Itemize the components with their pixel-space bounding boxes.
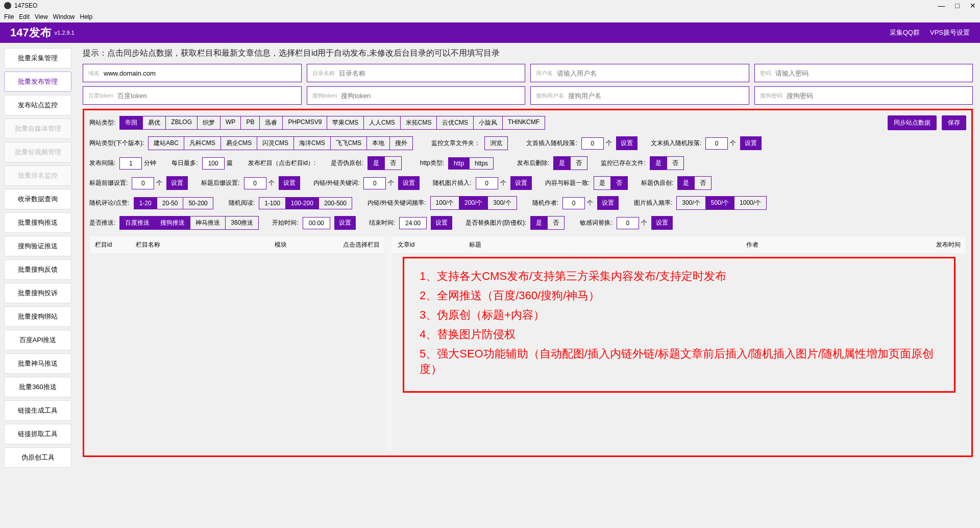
pushOpts-opt-2[interactable]: 神马推送	[190, 216, 225, 230]
title-suffix-input[interactable]	[244, 177, 266, 189]
end-time-set[interactable]: 设置	[431, 216, 452, 230]
replace-img-yes[interactable]: 是	[530, 216, 547, 230]
para-front-input[interactable]	[581, 137, 604, 150]
input-form-row-1-0[interactable]	[104, 69, 296, 77]
maximize-button[interactable]: □	[955, 2, 960, 10]
siteTypes-opt-10[interactable]: 米拓CMS	[400, 116, 437, 130]
input-form-row-1-2[interactable]	[557, 69, 744, 77]
end-time-input[interactable]	[399, 217, 427, 229]
siteTypeNext-opt-3[interactable]: 闪灵CMS	[257, 136, 293, 150]
randCommentOpts-opt-0[interactable]: 1-20	[134, 197, 157, 209]
replace-img-no[interactable]: 否	[547, 216, 565, 230]
save-button[interactable]: 保存	[942, 115, 966, 130]
del-after-no[interactable]: 否	[570, 156, 587, 170]
menu-edit[interactable]: Edit	[19, 13, 30, 20]
close-button[interactable]: ✕	[970, 2, 976, 10]
linkFreqOpts-opt-0[interactable]: 100/个	[430, 196, 459, 210]
sens-word-set[interactable]: 设置	[651, 216, 673, 230]
sidebar-item-0[interactable]: 批量采集管理	[4, 48, 71, 68]
sidebar-item-15[interactable]: 链接生成工具	[4, 400, 71, 421]
sidebar-item-6[interactable]: 收录数据查询	[4, 189, 71, 209]
title-prefix-set[interactable]: 设置	[166, 176, 188, 190]
siteTypes-opt-3[interactable]: 织梦	[197, 116, 220, 130]
siteTypes-opt-4[interactable]: WP	[220, 116, 240, 130]
th-title[interactable]: 标题	[464, 236, 741, 253]
monitor-exist-no[interactable]: 否	[667, 156, 684, 170]
del-after-yes[interactable]: 是	[553, 156, 570, 170]
siteTypes-opt-6[interactable]: 迅睿	[259, 116, 282, 130]
randReadOpts-opt-2[interactable]: 200-500	[318, 197, 352, 209]
input-form-row-1-1[interactable]	[339, 69, 520, 77]
imgFreqOpts-opt-1[interactable]: 500/个	[705, 196, 734, 210]
pushOpts-opt-1[interactable]: 搜狗推送	[155, 216, 190, 230]
header-link-qq[interactable]: 采集QQ群	[890, 28, 920, 37]
para-front-set[interactable]: 设置	[616, 136, 638, 150]
randReadOpts-opt-0[interactable]: 1-100	[259, 197, 285, 209]
menu-view[interactable]: View	[35, 13, 48, 20]
title-suffix-set[interactable]: 设置	[279, 176, 300, 190]
th-col-name[interactable]: 栏目名称	[131, 236, 228, 253]
para-end-set[interactable]: 设置	[740, 136, 762, 150]
input-form-row-2-0[interactable]	[117, 92, 296, 100]
th-module[interactable]: 模块	[228, 236, 334, 253]
pushOpts-opt-0[interactable]: 百度推送	[119, 216, 155, 230]
siteTypeNext-opt-1[interactable]: 凡科CMS	[184, 136, 220, 150]
th-article-id[interactable]: 文章id	[393, 236, 464, 253]
th-pub-time[interactable]: 发布时间	[915, 236, 966, 253]
menu-file[interactable]: File	[4, 13, 14, 20]
fake-orig-no[interactable]: 否	[384, 156, 402, 170]
rand-img-input[interactable]	[476, 177, 498, 189]
para-end-input[interactable]	[705, 137, 728, 150]
siteTypes-opt-7[interactable]: PHPCMSV9	[282, 116, 327, 130]
interval-input[interactable]	[119, 157, 142, 170]
sidebar-item-14[interactable]: 批量360推送	[4, 377, 71, 397]
menu-window[interactable]: Window	[53, 13, 75, 20]
siteTypeNext-opt-7[interactable]: 搜外	[389, 136, 413, 150]
sidebar-item-17[interactable]: 伪原创工具	[4, 447, 71, 468]
sidebar-item-16[interactable]: 链接抓取工具	[4, 424, 71, 444]
sidebar-item-13[interactable]: 批量神马推送	[4, 353, 71, 374]
siteTypes-opt-11[interactable]: 云优CMS	[436, 116, 473, 130]
scrollbar[interactable]	[385, 236, 393, 450]
link-kw-input[interactable]	[363, 177, 386, 189]
browse-button[interactable]: 浏览	[484, 136, 508, 150]
monitor-exist-yes[interactable]: 是	[650, 156, 667, 170]
linkFreqOpts-opt-2[interactable]: 300/个	[487, 196, 517, 210]
header-link-vps[interactable]: VPS拨号设置	[930, 28, 970, 37]
th-author[interactable]: 作者	[741, 236, 915, 253]
fake-orig-yes[interactable]: 是	[368, 156, 384, 170]
imgFreqOpts-opt-2[interactable]: 1000/个	[734, 196, 767, 210]
link-kw-set[interactable]: 设置	[398, 176, 420, 190]
th-select-col[interactable]: 点击选择栏目	[334, 236, 385, 253]
title-fake-yes[interactable]: 是	[677, 176, 694, 190]
th-col-id[interactable]: 栏目id	[90, 236, 131, 253]
minimize-button[interactable]: —	[938, 2, 945, 10]
sidebar-item-10[interactable]: 批量搜狗投诉	[4, 283, 71, 303]
linkFreqOpts-opt-1[interactable]: 200/个	[459, 196, 487, 210]
siteTypes-opt-0[interactable]: 帝国	[119, 116, 142, 130]
randCommentOpts-opt-1[interactable]: 20-50	[157, 197, 183, 209]
daily-max-input[interactable]	[202, 157, 225, 170]
siteTypeNext-opt-0[interactable]: 建站ABC	[148, 136, 184, 150]
sync-button[interactable]: 同步站点数据	[888, 115, 937, 130]
sens-word-input[interactable]	[617, 217, 639, 229]
content-title-yes[interactable]: 是	[594, 176, 610, 190]
sidebar-item-8[interactable]: 搜狗验证推送	[4, 236, 71, 256]
randCommentOpts-opt-2[interactable]: 50-200	[183, 197, 213, 209]
input-form-row-2-3[interactable]	[787, 92, 968, 100]
input-form-row-2-2[interactable]	[568, 92, 744, 100]
pushOpts-opt-3[interactable]: 360推送	[225, 216, 259, 230]
input-form-row-2-1[interactable]	[341, 92, 520, 100]
menu-help[interactable]: Help	[80, 13, 93, 20]
sidebar-item-1[interactable]: 批量发布管理	[4, 71, 71, 92]
rand-img-set[interactable]: 设置	[510, 176, 532, 190]
siteTypes-opt-1[interactable]: 易优	[142, 116, 165, 130]
sidebar-item-12[interactable]: 百度API推送	[4, 330, 71, 350]
sidebar-item-2[interactable]: 发布站点监控	[4, 95, 71, 115]
sidebar-item-9[interactable]: 批量搜狗反馈	[4, 259, 71, 280]
httpOpts-opt-1[interactable]: https	[469, 157, 494, 170]
httpOpts-opt-0[interactable]: http	[448, 157, 469, 170]
siteTypes-opt-13[interactable]: THINKCMF	[502, 116, 545, 130]
siteTypeNext-opt-6[interactable]: 本地	[366, 136, 389, 150]
siteTypes-opt-5[interactable]: PB	[240, 116, 259, 130]
